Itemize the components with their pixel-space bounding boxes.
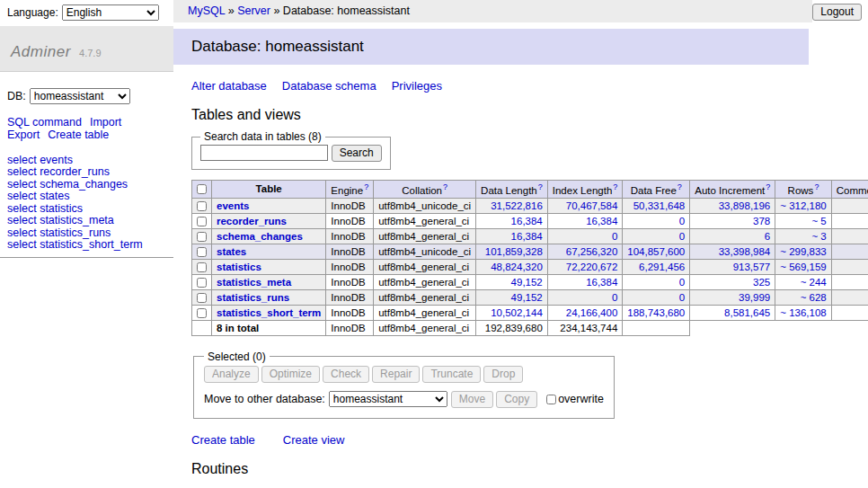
row-checkbox[interactable] [197,217,207,226]
sidebar-table-link[interactable]: select events [0,154,173,166]
data-free-link[interactable]: 0 [679,292,685,303]
db-label: DB: [7,90,26,102]
index-length-link[interactable]: 0 [612,292,617,303]
table-name-link[interactable]: statistics_short_term [217,307,321,318]
db-select[interactable]: homeassistant [30,88,130,104]
rows-link[interactable]: ~ 136,108 [780,307,826,318]
table-name-link[interactable]: statistics_runs [217,292,289,303]
search-input[interactable] [200,145,328,161]
auto-increment-link[interactable]: 33,398,984 [719,246,771,257]
table-name-link[interactable]: recorder_runs [217,216,287,226]
table-name-link[interactable]: statistics_meta [217,277,291,288]
analyze-button[interactable]: Analyze [204,366,259,383]
sidebar-nav-link[interactable]: Export [7,129,40,141]
row-checkbox[interactable] [197,247,207,257]
logout-button[interactable]: Logout [812,4,862,21]
truncate-button[interactable]: Truncate [422,366,481,383]
data-free-link[interactable]: 50,331,648 [633,200,686,211]
optimize-button[interactable]: Optimize [261,366,320,383]
data-free-link[interactable]: 0 [679,277,685,288]
data-free-link[interactable]: 188,743,680 [627,307,685,318]
db-action-link[interactable]: Database schema [282,79,376,93]
help-link[interactable]: ? [443,182,447,191]
data-length-link[interactable]: 48,824,320 [491,262,543,272]
rows-link[interactable]: ~ 312,180 [780,200,826,211]
move-button[interactable]: Move [451,391,493,408]
help-link[interactable]: ? [678,182,682,191]
auto-increment-link[interactable]: 325 [753,277,770,288]
auto-increment-link[interactable]: 39,999 [739,292,770,303]
index-length-link[interactable]: 24,166,400 [566,307,618,318]
help-link[interactable]: ? [766,182,770,191]
help-link[interactable]: ? [364,182,368,191]
rows-link[interactable]: ~ 5 [811,216,826,226]
data-length-link[interactable]: 101,859,328 [485,246,543,257]
data-length-link[interactable]: 31,522,816 [491,200,543,211]
overwrite-checkbox[interactable] [546,395,556,404]
rows-link[interactable]: ~ 299,833 [780,246,826,257]
data-free-link[interactable]: 0 [679,216,685,226]
data-length-link[interactable]: 10,502,144 [491,307,543,318]
sidebar-table-link[interactable]: select states [0,191,173,203]
create-link[interactable]: Create table [191,433,255,447]
repair-button[interactable]: Repair [372,366,420,383]
drop-button[interactable]: Drop [483,366,523,383]
breadcrumb-separator: » [225,4,237,17]
table-name-link[interactable]: states [217,246,246,257]
data-length-link[interactable]: 49,152 [511,292,543,303]
rows-link[interactable]: ~ 244 [801,277,827,288]
data-length-link[interactable]: 16,384 [511,216,543,226]
db-action-link[interactable]: Privileges [392,79,442,93]
index-length-link[interactable]: 16,384 [586,277,617,288]
auto-increment-link[interactable]: 913,577 [733,262,771,272]
auto-increment-link[interactable]: 378 [753,216,770,226]
sidebar-table-link[interactable]: select statistics_short_term [0,239,173,252]
auto-increment-link[interactable]: 33,898,196 [719,200,771,211]
db-action-link[interactable]: Alter database [191,79,267,93]
sidebar-table-link[interactable]: select statistics [0,202,173,215]
index-length-link[interactable]: 67,256,320 [566,246,618,257]
breadcrumb-link[interactable]: Server [237,4,270,17]
row-checkbox[interactable] [197,308,207,318]
row-checkbox[interactable] [197,293,207,303]
search-button[interactable]: Search [332,145,382,162]
sidebar-nav-link[interactable]: SQL command [7,116,82,129]
select-all-checkbox[interactable] [197,184,207,194]
rows-link[interactable]: ~ 628 [801,292,827,303]
sidebar-table-link[interactable]: select statistics_runs [0,226,173,239]
help-link[interactable]: ? [613,182,617,191]
row-checkbox[interactable] [197,278,207,288]
table-name-link[interactable]: schema_changes [217,231,303,242]
help-link[interactable]: ? [814,182,819,191]
sidebar-table-link[interactable]: select recorder_runs [0,166,173,179]
sidebar-table-link[interactable]: select schema_changes [0,178,173,191]
data-length-link[interactable]: 49,152 [511,277,543,288]
rows-link[interactable]: ~ 3 [811,231,826,242]
index-length-link[interactable]: 16,384 [586,216,617,226]
data-free-link[interactable]: 104,857,600 [627,246,685,257]
table-name-link[interactable]: statistics [217,262,261,272]
create-link[interactable]: Create view [283,433,345,447]
auto-increment-link[interactable]: 6 [765,231,770,242]
data-length-link[interactable]: 16,384 [511,231,543,242]
row-checkbox[interactable] [197,232,207,242]
rows-link[interactable]: ~ 569,159 [780,262,826,272]
table-name-link[interactable]: events [217,200,249,211]
data-free-link[interactable]: 6,291,456 [639,262,685,272]
index-length-link[interactable]: 72,220,672 [566,262,618,272]
breadcrumb-link[interactable]: MySQL [188,4,225,17]
row-checkbox[interactable] [197,262,207,272]
sidebar-table-link[interactable]: select statistics_meta [0,215,173,227]
help-link[interactable]: ? [538,182,543,191]
index-length-link[interactable]: 0 [612,231,617,242]
sidebar-nav-link[interactable]: Create table [48,129,109,141]
copy-button[interactable]: Copy [496,391,537,408]
index-length-link[interactable]: 70,467,584 [566,200,618,211]
move-db-select[interactable]: homeassistant [329,391,447,407]
data-free-link[interactable]: 0 [679,231,685,242]
sidebar-nav-link[interactable]: Import [90,116,121,129]
language-select[interactable]: English [62,4,159,21]
row-checkbox[interactable] [197,201,207,211]
auto-increment-link[interactable]: 8,581,645 [724,307,770,318]
check-button[interactable]: Check [323,366,369,383]
